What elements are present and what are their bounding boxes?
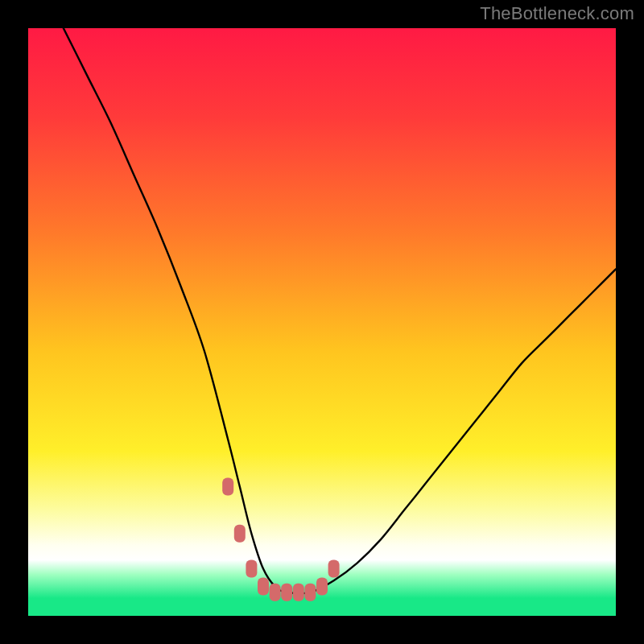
chart-frame: TheBottleneck.com: [0, 0, 644, 644]
marker-point: [222, 477, 233, 495]
marker-point: [328, 560, 340, 578]
marker-point: [234, 525, 246, 543]
chart-svg: [28, 28, 616, 616]
marker-point: [258, 578, 269, 596]
marker-point: [270, 584, 281, 601]
marker-point: [316, 578, 328, 596]
chart-plot-area: [28, 28, 616, 616]
marker-point: [293, 584, 304, 601]
watermark-text: TheBottleneck.com: [480, 3, 634, 24]
gradient-background: [28, 28, 616, 616]
marker-point: [281, 584, 292, 601]
marker-point: [304, 584, 316, 601]
marker-point: [246, 560, 257, 578]
